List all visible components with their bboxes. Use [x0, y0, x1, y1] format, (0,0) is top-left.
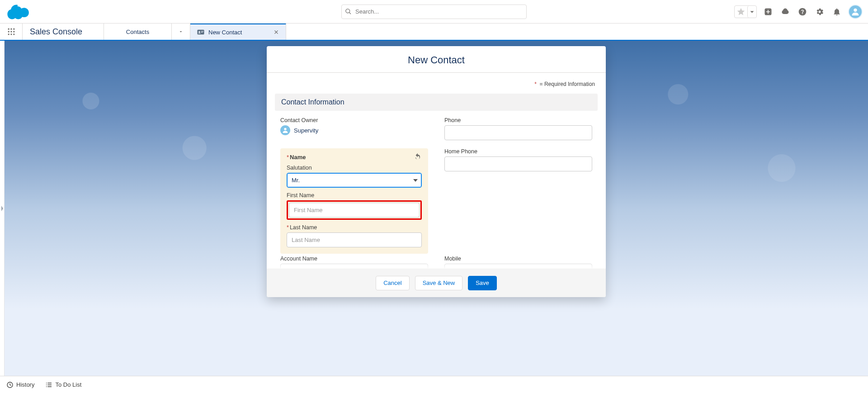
- section-contact-information: Contact Information: [275, 94, 598, 111]
- label-name: Name: [290, 154, 306, 161]
- global-header: [0, 0, 868, 24]
- svg-point-5: [8, 31, 9, 32]
- utility-bar: History To Do List: [0, 376, 868, 393]
- first-name-highlight: [287, 200, 422, 220]
- required-asterisk: *: [534, 81, 537, 87]
- svg-point-9: [10, 33, 12, 35]
- svg-point-3: [10, 28, 12, 30]
- svg-rect-13: [201, 31, 203, 32]
- salutation-value: Mr.: [292, 177, 300, 184]
- label-salutation: Salutation: [287, 165, 422, 171]
- svg-point-10: [13, 33, 14, 35]
- user-avatar[interactable]: [848, 5, 863, 19]
- label-phone: Phone: [444, 117, 592, 123]
- favorites-combo: [734, 5, 757, 18]
- svg-point-7: [13, 31, 14, 32]
- trailhead-icon[interactable]: [779, 6, 791, 18]
- checklist-icon: [45, 381, 52, 388]
- modal-title: New Contact: [267, 46, 606, 73]
- setup-gear-icon[interactable]: [814, 6, 826, 18]
- global-search: [341, 5, 527, 19]
- clock-icon: [6, 381, 14, 388]
- svg-point-15: [284, 128, 286, 130]
- app-launcher-icon[interactable]: [0, 24, 23, 40]
- field-account-name: Account Name: [280, 256, 428, 268]
- svg-point-4: [13, 28, 14, 30]
- modal-scroll[interactable]: * = Required Information Contact Informa…: [267, 73, 606, 268]
- notifications-bell-icon[interactable]: [831, 6, 843, 18]
- nav-tab-contacts[interactable]: Contacts: [104, 24, 172, 40]
- favorite-dropdown-icon[interactable]: [747, 6, 756, 18]
- input-phone[interactable]: [444, 125, 592, 140]
- svg-point-12: [198, 31, 200, 33]
- save-button[interactable]: Save: [468, 276, 497, 290]
- contact-info-grid: Contact Owner Supervity Phone: [278, 117, 595, 268]
- contact-card-icon: [197, 28, 205, 36]
- owner-value: Supervity: [294, 127, 318, 134]
- field-mobile: Mobile: [444, 256, 592, 268]
- workspace-tab-label: New Contact: [208, 29, 242, 36]
- global-search-input[interactable]: [341, 5, 527, 19]
- svg-rect-14: [201, 32, 203, 33]
- svg-point-2: [8, 28, 9, 30]
- left-split-handle[interactable]: [0, 41, 5, 376]
- label-contact-owner: Contact Owner: [280, 117, 428, 123]
- required-note: * = Required Information: [278, 79, 595, 94]
- close-icon[interactable]: [273, 29, 279, 35]
- modal-body: * = Required Information Contact Informa…: [267, 73, 606, 268]
- field-home-phone: Home Phone: [444, 148, 592, 195]
- owner-avatar-icon: [280, 125, 290, 135]
- favorite-star-icon[interactable]: [735, 6, 747, 18]
- input-last-name[interactable]: [287, 232, 422, 247]
- svg-point-1: [854, 8, 857, 11]
- label-last-name: *Last Name: [287, 224, 422, 231]
- label-mobile: Mobile: [444, 256, 592, 262]
- nav-tab-contacts-dropdown[interactable]: [172, 24, 190, 40]
- undo-icon[interactable]: [414, 153, 422, 161]
- search-icon: [345, 8, 352, 15]
- name-compound-panel: *Name Salutation Mr. First Name: [280, 148, 428, 254]
- field-phone: Phone: [444, 117, 592, 140]
- caret-down-icon: [413, 179, 418, 182]
- svg-rect-11: [198, 30, 204, 35]
- field-contact-owner: Contact Owner Supervity: [280, 117, 428, 140]
- input-home-phone[interactable]: [444, 156, 592, 171]
- utility-history[interactable]: History: [6, 381, 34, 388]
- help-icon[interactable]: [797, 6, 808, 18]
- salesforce-logo-icon: [7, 3, 33, 20]
- context-bar: Sales Console Contacts New Contact: [0, 24, 868, 41]
- input-mobile[interactable]: [444, 264, 592, 268]
- cancel-button[interactable]: Cancel: [376, 276, 409, 290]
- label-home-phone: Home Phone: [444, 148, 592, 155]
- header-actions: [734, 5, 863, 19]
- input-first-name[interactable]: [289, 203, 420, 218]
- global-add-icon[interactable]: [762, 6, 774, 18]
- save-new-button[interactable]: Save & New: [415, 276, 463, 290]
- input-salutation[interactable]: Mr.: [287, 173, 422, 188]
- svg-point-8: [8, 33, 9, 35]
- label-first-name: First Name: [287, 192, 422, 199]
- label-account-name: Account Name: [280, 256, 428, 262]
- workspace-tab-new-contact[interactable]: New Contact: [190, 23, 286, 40]
- modal-footer: Cancel Save & New Save: [267, 268, 606, 297]
- svg-point-6: [10, 31, 12, 32]
- utility-todo[interactable]: To Do List: [45, 381, 81, 388]
- input-account-name[interactable]: [280, 264, 428, 268]
- new-contact-modal: New Contact * = Required Information Con…: [267, 46, 606, 297]
- app-name: Sales Console: [23, 24, 104, 40]
- workspace: New Contact * = Required Information Con…: [5, 41, 868, 376]
